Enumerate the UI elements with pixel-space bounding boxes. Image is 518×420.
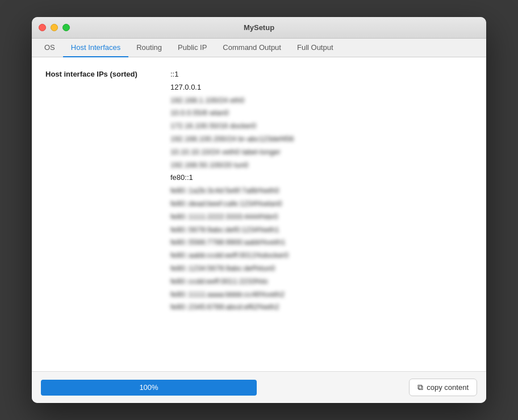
minimize-button[interactable] bbox=[51, 24, 58, 31]
ip-entry-15: fe80::aabb:ccdd:eeff:0011%docker0 bbox=[170, 250, 294, 262]
ip-list: ::1 127.0.0.1 192.168.1.100/24 eth0 10.0… bbox=[170, 69, 294, 313]
ip-entry-16: fe80::1234:5678:9abc:def%tun0 bbox=[170, 263, 294, 275]
tab-routing[interactable]: Routing bbox=[128, 39, 170, 57]
tab-command-output[interactable]: Command Output bbox=[215, 39, 289, 57]
ip-entry-3: 192.168.1.100/24 eth0 bbox=[170, 95, 294, 107]
progress-label: 100% bbox=[139, 383, 158, 392]
ip-entry-19: fe80::2345:6789:abcd:ef62%eth2 bbox=[170, 301, 294, 313]
window-controls bbox=[39, 24, 70, 31]
ip-entry-2: 127.0.0.1 bbox=[170, 82, 294, 94]
ip-entry-11: fe80::dead:beef:cafe:1234%wlan0 bbox=[170, 198, 294, 210]
ip-entry-5: 172.16.100.50/16 docker0 bbox=[170, 120, 294, 132]
ip-entry-1: ::1 bbox=[170, 69, 294, 81]
progress-bar: 100% bbox=[41, 380, 257, 396]
ip-entry-7: 10.10.10.10/24 veth0 label-longer bbox=[170, 146, 294, 158]
footer: 100% ⧉ copy content bbox=[32, 371, 486, 403]
tab-public-ip[interactable]: Public IP bbox=[170, 39, 215, 57]
ip-entry-12: fe80::1111:2222:3333:4444%br0 bbox=[170, 211, 294, 223]
ip-entry-18: fe80::1111:aaaa:bbbb:cc46%veth2 bbox=[170, 289, 294, 301]
app-window: MySetup OS Host Interfaces Routing Publi… bbox=[32, 17, 486, 403]
copy-icon: ⧉ bbox=[417, 383, 423, 392]
copy-button-label: copy content bbox=[427, 383, 469, 392]
ip-entry-6: 192.168.100.200/24 br-abc123def456 bbox=[170, 133, 294, 145]
content-area: Host interface IPs (sorted) ::1 127.0.0.… bbox=[32, 57, 486, 371]
ip-entry-13: fe80::5678:9abc:def0:1234%eth1 bbox=[170, 224, 294, 236]
host-interfaces-row: Host interface IPs (sorted) ::1 127.0.0.… bbox=[45, 69, 473, 313]
ip-entry-9: fe80::1 bbox=[170, 172, 294, 184]
maximize-button[interactable] bbox=[62, 24, 70, 31]
ip-entry-10: fe80::1a2b:3c4d:5e6f:7a8b%eth0 bbox=[170, 185, 294, 197]
ip-entry-8: 192.168.50.100/20 tun0 bbox=[170, 159, 294, 171]
tab-full-output[interactable]: Full Output bbox=[289, 39, 341, 57]
ip-entry-4: 10.0.0.55/8 wlan0 bbox=[170, 107, 294, 119]
section-label: Host interface IPs (sorted) bbox=[45, 69, 159, 78]
window-title: MySetup bbox=[244, 23, 274, 32]
tab-host-interfaces[interactable]: Host Interfaces bbox=[63, 39, 128, 57]
ip-entry-17: fe80::ccdd:eeff:0011:2233%lo bbox=[170, 276, 294, 288]
titlebar: MySetup bbox=[32, 17, 486, 39]
ip-entry-14: fe80::5566:7788:9900:aabb%veth1 bbox=[170, 237, 294, 249]
close-button[interactable] bbox=[39, 24, 46, 31]
tab-os[interactable]: OS bbox=[36, 39, 63, 57]
tab-bar: OS Host Interfaces Routing Public IP Com… bbox=[32, 39, 486, 57]
copy-content-button[interactable]: ⧉ copy content bbox=[409, 379, 477, 396]
